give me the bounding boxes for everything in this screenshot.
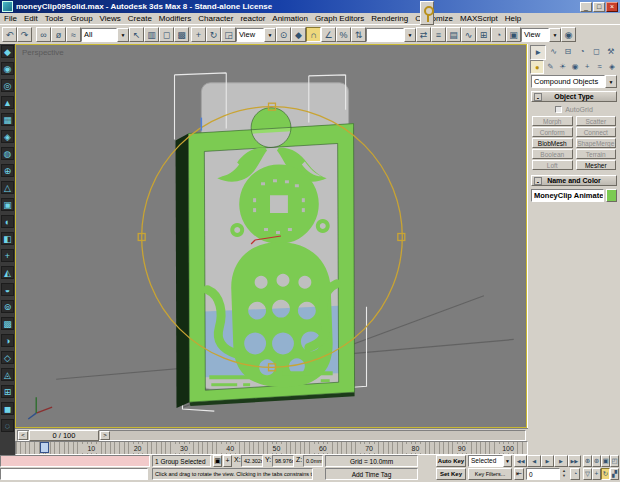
rectangular-selection-region-icon[interactable]: ◻ <box>159 27 174 42</box>
reactor-toolbar-button[interactable]: ▦ <box>1 113 14 126</box>
select-and-rotate-icon[interactable]: ↻ <box>206 27 221 42</box>
key-filters-button[interactable]: Key Filters... <box>468 468 512 480</box>
object-type-rollout-header[interactable]: - Object Type <box>531 91 617 102</box>
layer-manager-icon[interactable]: ▤ <box>446 27 461 42</box>
selection-filter-dropdown[interactable]: All ▼ <box>81 28 129 42</box>
go-to-end-button[interactable]: ▶▶ <box>568 455 581 467</box>
quick-render-icon[interactable]: ◉ <box>561 27 576 42</box>
object-type-button[interactable]: Connect <box>576 127 617 137</box>
mirror-icon[interactable]: ⇄ <box>416 27 431 42</box>
reactor-toolbar-button[interactable]: ◐ <box>1 215 14 228</box>
reactor-toolbar-button[interactable]: ⊕ <box>1 164 14 177</box>
reactor-toolbar-button[interactable]: ◉ <box>1 62 14 75</box>
current-frame-marker[interactable] <box>40 442 49 453</box>
object-color-swatch[interactable] <box>606 189 617 202</box>
absolute-offset-icon[interactable]: + <box>223 455 232 467</box>
autogrid-checkbox[interactable] <box>555 106 562 113</box>
z-coordinate-field[interactable]: 0.0mm <box>303 455 323 467</box>
object-type-button[interactable]: Terrain <box>576 149 617 159</box>
chevron-down-icon[interactable]: ▼ <box>117 28 129 42</box>
track-bar[interactable]: 102030405060708090100 <box>15 441 528 455</box>
select-and-scale-icon[interactable]: ◲ <box>221 27 236 42</box>
min-max-toggle-button[interactable]: ▞ <box>610 468 619 480</box>
reactor-toolbar-button[interactable]: ◈ <box>1 130 14 143</box>
menu-item[interactable]: Create <box>128 14 152 23</box>
reactor-toolbar-button[interactable]: ◇ <box>1 351 14 364</box>
reactor-toolbar-button[interactable]: ▲ <box>1 96 14 109</box>
menu-item[interactable]: MAXScript <box>460 14 498 23</box>
bind-to-space-warp-icon[interactable]: ≈ <box>66 27 81 42</box>
previous-frame-button[interactable]: ◀ <box>527 455 540 467</box>
reactor-toolbar-button[interactable]: ◧ <box>1 232 14 245</box>
tab-create[interactable]: ► <box>530 45 546 60</box>
reactor-toolbar-button[interactable]: ▣ <box>1 198 14 211</box>
time-slider-handle[interactable]: 0 / 100 <box>29 430 99 441</box>
zoom-all-button[interactable]: ⊛ <box>592 455 601 467</box>
object-type-button[interactable]: Morph <box>532 116 573 126</box>
tab-utilities[interactable]: ⚒ <box>604 45 618 58</box>
reactor-toolbar-button[interactable]: ◌ <box>1 419 14 432</box>
category-lights[interactable]: ☀ <box>557 60 569 72</box>
chevron-down-icon[interactable]: ▼ <box>404 28 416 42</box>
reactor-toolbar-button[interactable]: ◎ <box>1 79 14 92</box>
chevron-down-icon[interactable]: ▼ <box>503 455 512 467</box>
unlink-selection-icon[interactable]: ø <box>51 27 66 42</box>
name-color-rollout-header[interactable]: - Name and Color <box>531 175 617 186</box>
set-keys-key-icon[interactable] <box>420 1 434 25</box>
reactor-toolbar-button[interactable]: ◬ <box>1 368 14 381</box>
chevron-down-icon[interactable]: ▼ <box>605 75 617 88</box>
selection-lock-icon[interactable]: ▣ <box>213 455 222 467</box>
next-frame-nub[interactable]: > <box>100 431 110 440</box>
object-type-button[interactable]: Boolean <box>532 149 573 159</box>
x-coordinate-field[interactable]: 42.302mm <box>241 455 263 467</box>
select-and-move-icon[interactable]: + <box>191 27 206 42</box>
menu-item[interactable]: Graph Editors <box>315 14 364 23</box>
object-type-button[interactable]: ShapeMerge <box>576 138 617 148</box>
collapse-icon[interactable]: - <box>534 177 542 185</box>
select-and-manipulate-icon[interactable]: ◆ <box>291 27 306 42</box>
menu-item[interactable]: Rendering <box>371 14 408 23</box>
reactor-toolbar-button[interactable]: ⊞ <box>1 385 14 398</box>
select-object-icon[interactable]: ↖ <box>129 27 144 42</box>
named-selection-sets-dropdown[interactable]: ▼ <box>366 28 416 42</box>
reactor-toolbar-button[interactable]: + <box>1 249 14 262</box>
collapse-icon[interactable]: - <box>534 93 542 101</box>
reactor-toolbar-button[interactable]: ▩ <box>1 317 14 330</box>
category-geometry[interactable]: ● <box>530 60 544 74</box>
menu-item[interactable]: Animation <box>272 14 308 23</box>
category-systems[interactable]: ◈ <box>606 60 618 72</box>
menu-item[interactable]: reactor <box>240 14 265 23</box>
zoom-button[interactable]: ⊕ <box>583 455 592 467</box>
key-selection-dropdown[interactable]: Selected ▼ <box>468 455 512 467</box>
reactor-toolbar-button[interactable]: ⊚ <box>1 300 14 313</box>
schematic-view-icon[interactable]: ⊞ <box>476 27 491 42</box>
select-by-name-icon[interactable]: ▥ <box>144 27 159 42</box>
menu-item[interactable]: Views <box>100 14 121 23</box>
snap-toggle-icon[interactable]: ∩ <box>306 27 321 42</box>
add-time-tag[interactable]: Add Time Tag <box>325 468 418 480</box>
maxscript-mini-listener[interactable] <box>0 468 148 480</box>
angle-snap-icon[interactable]: ∠ <box>321 27 336 42</box>
maxscript-macro-recorder[interactable] <box>0 455 150 467</box>
use-pivot-center-icon[interactable]: ⊙ <box>276 27 291 42</box>
chevron-down-icon[interactable]: ▼ <box>264 28 276 42</box>
minimize-button[interactable]: _ <box>580 2 592 12</box>
reactor-toolbar-button[interactable]: ◑ <box>1 334 14 347</box>
reactor-toolbar-button[interactable]: ◼ <box>1 402 14 415</box>
pan-button[interactable]: + <box>592 468 601 480</box>
tab-modify[interactable]: ∿ <box>546 45 560 58</box>
window-crossing-icon[interactable]: ▩ <box>174 27 189 42</box>
reactor-toolbar-button[interactable]: ◍ <box>1 147 14 160</box>
go-to-start-button[interactable]: ◀◀ <box>514 455 527 467</box>
select-and-link-icon[interactable]: ∞ <box>36 27 51 42</box>
category-shapes[interactable]: ✎ <box>544 60 556 72</box>
current-frame-field[interactable]: 0 <box>526 468 560 480</box>
subcategory-dropdown[interactable]: Compound Objects ▼ <box>531 75 617 88</box>
reactor-toolbar-button[interactable]: ◆ <box>1 45 14 58</box>
menu-item[interactable]: Edit <box>24 14 38 23</box>
align-icon[interactable]: ≡ <box>431 27 446 42</box>
render-type-dropdown[interactable]: View ▼ <box>521 28 561 42</box>
menu-item[interactable]: Modifiers <box>159 14 191 23</box>
auto-key-button[interactable]: Auto Key <box>436 455 466 467</box>
reference-coordinate-dropdown[interactable]: View ▼ <box>236 28 276 42</box>
